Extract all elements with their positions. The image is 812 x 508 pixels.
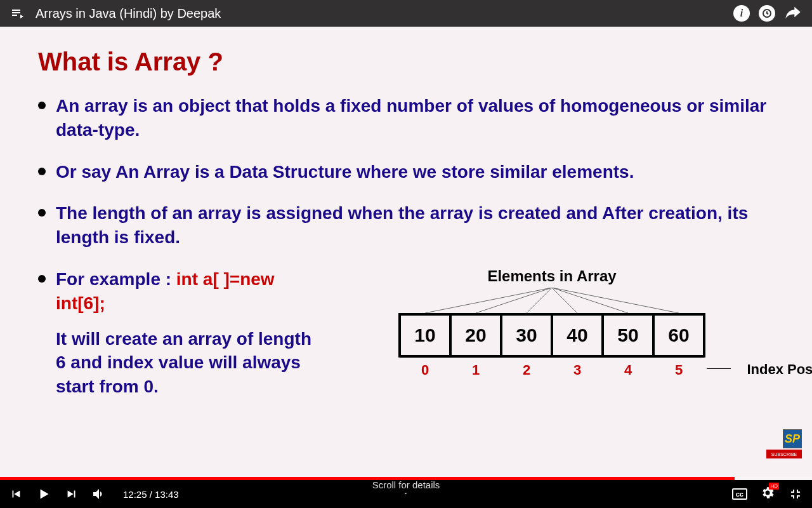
- hd-badge: HD: [769, 483, 779, 490]
- index-cell: 4: [603, 358, 653, 378]
- array-diagram: Elements in Array 10 20 30 40 50 60: [330, 267, 774, 399]
- array-cell: 60: [655, 316, 705, 355]
- example-prefix: For example :: [56, 269, 176, 289]
- index-positions-label: Index Positions: [747, 361, 812, 378]
- svg-line-5: [552, 288, 679, 313]
- svg-line-2: [527, 288, 552, 313]
- exit-fullscreen-button[interactable]: [788, 486, 803, 502]
- index-cell: 5: [653, 358, 704, 378]
- bullet-dot-icon: [38, 168, 46, 175]
- bullet-item: For example : int a[ ]=new int[6];: [38, 267, 317, 316]
- video-title: Arrays in Java (Hindi) by Deepak: [36, 6, 733, 21]
- array-cell: 10: [401, 316, 452, 355]
- example-description: It will create an array of length 6 and …: [56, 327, 317, 399]
- bullet-item: The length of an array is assigned when …: [38, 201, 774, 250]
- array-cell: 40: [553, 316, 604, 355]
- array-cell: 50: [604, 316, 655, 355]
- index-cell: 0: [400, 358, 450, 378]
- svg-line-0: [425, 288, 552, 313]
- bullet-text: An array is an object that holds a fixed…: [56, 94, 774, 142]
- bullet-item: An array is an object that holds a fixed…: [38, 94, 774, 142]
- play-button[interactable]: [36, 486, 52, 502]
- previous-button[interactable]: [9, 487, 23, 501]
- example-text: For example : int a[ ]=new int[6];: [56, 267, 317, 316]
- settings-button[interactable]: HD: [760, 485, 775, 503]
- volume-button[interactable]: [91, 486, 107, 502]
- chevron-down-icon: [402, 490, 410, 497]
- watch-later-icon[interactable]: [759, 5, 775, 22]
- index-label-line: [707, 368, 731, 369]
- diagram-connector-lines: [330, 288, 774, 313]
- bullet-text: Or say An Array is a Data Structure wher…: [56, 160, 634, 184]
- bullet-text: The length of an array is assigned when …: [56, 201, 774, 250]
- bullet-dot-icon: [38, 275, 46, 283]
- index-cell: 1: [450, 358, 501, 378]
- bullet-dot-icon: [38, 102, 46, 109]
- scroll-hint[interactable]: Scroll for details: [372, 479, 440, 497]
- info-icon[interactable]: i: [733, 5, 750, 22]
- next-button[interactable]: [65, 487, 79, 501]
- playlist-icon[interactable]: [10, 6, 25, 21]
- diagram-title: Elements in Array: [330, 267, 774, 285]
- time-display: 12:25 / 13:43: [123, 489, 179, 500]
- index-row: 0 1 2 3 4 5 Index Positions: [400, 358, 704, 378]
- array-cells: 10 20 30 40 50 60: [398, 313, 705, 358]
- channel-watermark[interactable]: SP SUBSCRIBE: [766, 429, 802, 458]
- array-cell: 20: [452, 316, 502, 355]
- channel-logo[interactable]: SP: [783, 429, 802, 448]
- player-controls: 12:25 / 13:43 Scroll for details cc HD: [0, 480, 812, 508]
- video-slide: What is Array ? An array is an object th…: [0, 0, 812, 508]
- share-icon[interactable]: [784, 3, 802, 23]
- bullet-dot-icon: [38, 209, 46, 217]
- captions-button[interactable]: cc: [732, 488, 747, 500]
- current-time: 12:25: [123, 489, 147, 500]
- svg-line-3: [552, 288, 577, 313]
- array-cell: 30: [502, 316, 553, 355]
- index-cell: 2: [501, 358, 552, 378]
- duration: 13:43: [155, 489, 179, 500]
- video-top-bar: Arrays in Java (Hindi) by Deepak i: [0, 0, 812, 27]
- subscribe-badge[interactable]: SUBSCRIBE: [766, 450, 802, 458]
- scroll-hint-text: Scroll for details: [372, 479, 440, 490]
- index-cell: 3: [552, 358, 603, 378]
- slide-heading: What is Array ?: [38, 48, 774, 76]
- bullet-item: Or say An Array is a Data Structure wher…: [38, 160, 774, 184]
